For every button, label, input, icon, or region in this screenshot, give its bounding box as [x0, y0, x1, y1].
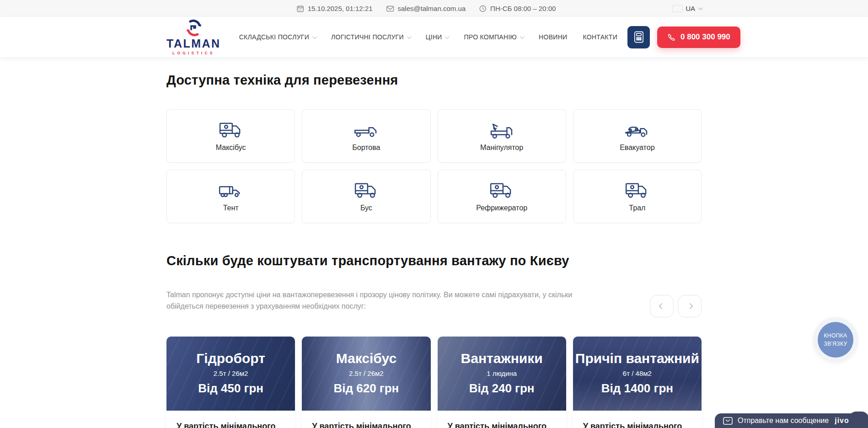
vehicle-card-tent[interactable]: Тент — [166, 170, 295, 223]
chat-message-label: Отправьте нам сообщение — [738, 417, 829, 425]
box-truck-icon — [488, 181, 515, 200]
carousel-prev-button[interactable] — [650, 295, 674, 317]
chevron-down-icon — [312, 34, 317, 39]
vehicles-title: Доступна техніка для перевезення — [166, 73, 702, 88]
chat-widget[interactable]: Отправьте нам сообщение jivo — [715, 413, 868, 428]
carousel-controls — [650, 295, 702, 317]
price-card-vantazhnyky[interactable]: Вантажники 1 людина Від 240 грн У вартіс… — [438, 337, 566, 428]
clock-icon — [479, 5, 487, 12]
nav-logistics-services[interactable]: ЛОГІСТИЧНІ ПОСЛУГИ — [331, 33, 410, 41]
chevron-down-icon — [407, 34, 412, 39]
nav-about[interactable]: ПРО КОМПАНІЮ — [464, 33, 523, 41]
email-text: sales@talman.com.ua — [397, 5, 466, 12]
email[interactable]: sales@talman.com.ua — [386, 5, 466, 12]
message-icon — [723, 417, 733, 425]
calendar-icon — [297, 5, 304, 12]
price-card-photo: Максібус 2.5т / 26м2 Від 620 грн — [302, 337, 430, 411]
language-selector[interactable]: UA — [673, 5, 702, 12]
price-cards: Гідроборт 2.5т / 26м2 Від 450 грн У варт… — [166, 337, 702, 428]
price-card-prychip[interactable]: Причіп вантажний 6т / 48м2 Від 1400 грн … — [573, 337, 702, 428]
vehicle-card-manipulator[interactable]: Маніпулятор — [438, 109, 566, 163]
vehicle-card-evakuator[interactable]: Евакуатор — [573, 109, 702, 163]
calculator-icon — [634, 31, 644, 43]
ukraine-flag-icon — [673, 5, 682, 12]
price-card-photo: Вантажники 1 людина Від 240 грн — [438, 337, 566, 411]
price-card-hidrobort[interactable]: Гідроборт 2.5т / 26м2 Від 450 грн У варт… — [166, 337, 295, 428]
logo-subtitle: LOGISTICS — [172, 51, 215, 55]
pricing-section: Скільки буде коштувати транспортування в… — [166, 223, 702, 428]
chevron-left-icon — [659, 303, 665, 309]
nav-warehouse-services[interactable]: СКЛАДСЬКІ ПОСЛУГИ — [239, 33, 316, 41]
logo-title: TALMAN — [166, 38, 221, 49]
calculator-button[interactable] — [627, 26, 650, 48]
language-label: UA — [686, 5, 695, 12]
chevron-right-icon — [687, 303, 693, 309]
chevron-down-icon — [520, 34, 525, 39]
tow-truck-icon — [624, 120, 650, 139]
jivo-logo: jivo — [835, 417, 849, 425]
callback-label-line2: ЗВ'ЯЗКУ — [824, 340, 847, 348]
phone-button[interactable]: 0 800 300 990 — [657, 27, 740, 48]
crane-truck-icon — [488, 120, 515, 139]
carousel-next-button[interactable] — [678, 295, 702, 317]
chat-widget-bump — [849, 412, 868, 428]
logo-emblem-icon — [184, 19, 203, 37]
vehicle-card-tral[interactable]: Трал — [573, 170, 702, 223]
tent-truck-icon — [218, 181, 244, 200]
header: TALMAN LOGISTICS СКЛАДСЬКІ ПОСЛУГИ ЛОГІС… — [0, 17, 868, 57]
pricing-description: Talman пропонує доступні ціни на вантажо… — [166, 289, 585, 312]
vehicles-section: Доступна техніка для перевезення Максібу… — [166, 57, 702, 223]
box-truck-icon — [624, 181, 650, 200]
phone-number: 0 800 300 990 — [680, 32, 730, 42]
price-card-maksibus[interactable]: Максібус 2.5т / 26м2 Від 620 грн У варті… — [302, 337, 430, 428]
nav-contacts[interactable]: КОНТАКТИ — [583, 33, 617, 41]
phone-icon — [667, 33, 676, 42]
datetime: 15.10.2025, 01:12:21 — [297, 5, 373, 12]
price-card-photo: Гідроборт 2.5т / 26м2 Від 450 грн — [166, 337, 295, 411]
chevron-down-icon — [445, 34, 450, 39]
vehicle-card-bus[interactable]: Бус — [302, 170, 430, 223]
envelope-icon — [386, 5, 394, 12]
topbar: 15.10.2025, 01:12:21 sales@talman.com.ua… — [0, 0, 868, 17]
vehicles-grid: Максібус Бортова Маніпулятор Евакуатор Т… — [166, 109, 702, 223]
vehicle-card-maksibus[interactable]: Максібус — [166, 109, 295, 163]
flatbed-truck-icon — [353, 120, 380, 139]
vehicle-card-refrigerator[interactable]: Рефрижератор — [438, 170, 566, 223]
hours-text: ПН-СБ 08:00 – 20:00 — [490, 5, 556, 12]
main-nav: СКЛАДСЬКІ ПОСЛУГИ ЛОГІСТИЧНІ ПОСЛУГИ ЦІН… — [239, 33, 617, 41]
pricing-title: Скільки буде коштувати транспортування в… — [166, 253, 702, 268]
datetime-text: 15.10.2025, 01:12:21 — [308, 5, 373, 12]
nav-prices[interactable]: ЦІНИ — [426, 33, 449, 41]
logo[interactable]: TALMAN LOGISTICS — [166, 19, 221, 55]
working-hours: ПН-СБ 08:00 – 20:00 — [479, 5, 556, 12]
box-truck-icon — [218, 120, 244, 139]
vehicle-card-bortova[interactable]: Бортова — [302, 109, 430, 163]
nav-news[interactable]: НОВИНИ — [539, 33, 567, 41]
callback-button[interactable]: КНОПКА ЗВ'ЯЗКУ — [813, 317, 858, 362]
box-truck-icon — [353, 181, 380, 200]
chevron-down-icon — [698, 5, 703, 10]
price-card-photo: Причіп вантажний 6т / 48м2 Від 1400 грн — [573, 337, 702, 411]
callback-label-line1: КНОПКА — [824, 332, 847, 340]
